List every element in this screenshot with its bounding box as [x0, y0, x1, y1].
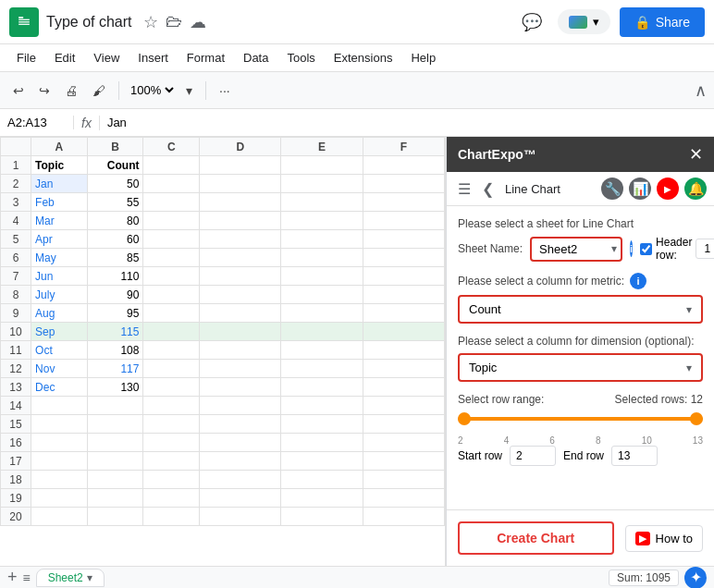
cell-c18[interactable]	[143, 471, 200, 489]
cell-b8[interactable]: 90	[87, 286, 143, 304]
cell-a3[interactable]: Feb	[31, 193, 88, 212]
cell-d13[interactable]	[200, 378, 281, 397]
cell-a1[interactable]: Topic	[31, 156, 88, 175]
cell-b1[interactable]: Count	[87, 156, 143, 175]
cell-e11[interactable]	[281, 341, 363, 360]
cell-d5[interactable]	[200, 230, 281, 249]
cell-f5[interactable]	[363, 230, 444, 249]
zoom-dropdown-button[interactable]: ▾	[180, 80, 198, 102]
cell-c17[interactable]	[143, 452, 200, 471]
cell-f18[interactable]	[363, 471, 444, 489]
cell-f15[interactable]	[363, 415, 444, 434]
cell-c14[interactable]	[143, 397, 200, 415]
menu-format[interactable]: Format	[179, 47, 232, 68]
header-row-input[interactable]	[696, 239, 714, 259]
cell-f2[interactable]	[363, 175, 444, 193]
cell-d19[interactable]	[200, 489, 281, 508]
col-header-f[interactable]: F	[363, 138, 444, 156]
cell-e5[interactable]	[281, 230, 363, 249]
cell-d18[interactable]	[200, 471, 281, 489]
range-thumb-right[interactable]	[690, 412, 703, 425]
cell-b17[interactable]	[87, 452, 143, 471]
cell-e19[interactable]	[281, 489, 363, 508]
cell-e1[interactable]	[281, 156, 363, 175]
cell-f6[interactable]	[363, 249, 444, 267]
cell-e8[interactable]	[281, 286, 363, 304]
cell-d20[interactable]	[200, 508, 281, 526]
menu-edit[interactable]: Edit	[47, 47, 82, 68]
col-header-a[interactable]: A	[31, 138, 88, 156]
cell-f17[interactable]	[363, 452, 444, 471]
cell-c6[interactable]	[143, 249, 200, 267]
cell-a18[interactable]	[31, 471, 88, 489]
more-button[interactable]: ···	[214, 80, 236, 102]
cell-f8[interactable]	[363, 286, 444, 304]
cell-f19[interactable]	[363, 489, 444, 508]
cell-b7[interactable]: 110	[87, 267, 143, 286]
menu-insert[interactable]: Insert	[130, 47, 176, 68]
cell-a9[interactable]: Aug	[31, 304, 88, 323]
cell-f3[interactable]	[363, 193, 444, 212]
cell-d1[interactable]	[200, 156, 281, 175]
col-header-b[interactable]: B	[87, 138, 143, 156]
cell-f16[interactable]	[363, 434, 444, 452]
cell-b19[interactable]	[87, 489, 143, 508]
cell-d10[interactable]	[200, 323, 281, 341]
cell-c10[interactable]	[143, 323, 200, 341]
cell-e20[interactable]	[281, 508, 363, 526]
redo-button[interactable]: ↪	[33, 80, 55, 102]
paint-format-button[interactable]: 🖌	[87, 80, 111, 102]
explore-button[interactable]: ✦	[684, 567, 707, 589]
cell-d14[interactable]	[200, 397, 281, 415]
cell-b4[interactable]: 80	[87, 212, 143, 230]
data-icon-button[interactable]: 📊	[629, 178, 651, 200]
cell-e16[interactable]	[281, 434, 363, 452]
undo-button[interactable]: ↩	[7, 80, 30, 102]
cell-c7[interactable]	[143, 267, 200, 286]
cell-e4[interactable]	[281, 212, 363, 230]
menu-help[interactable]: Help	[403, 47, 443, 68]
cell-e18[interactable]	[281, 471, 363, 489]
star-icon[interactable]: ☆	[143, 12, 158, 32]
cell-e15[interactable]	[281, 415, 363, 434]
menu-extensions[interactable]: Extensions	[326, 47, 400, 68]
cell-c8[interactable]	[143, 286, 200, 304]
cell-e12[interactable]	[281, 360, 363, 378]
cell-b12[interactable]: 117	[87, 360, 143, 378]
cell-e6[interactable]	[281, 249, 363, 267]
cell-c2[interactable]	[143, 175, 200, 193]
metric-dropdown[interactable]: Count ▾	[458, 295, 703, 324]
cell-f12[interactable]	[363, 360, 444, 378]
cell-reference[interactable]: A2:A13	[0, 116, 74, 129]
col-header-d[interactable]: D	[200, 138, 281, 156]
collapse-toolbar-button[interactable]: ∧	[695, 80, 707, 101]
cell-e2[interactable]	[281, 175, 363, 193]
cell-e13[interactable]	[281, 378, 363, 397]
sheet-info-icon[interactable]: i	[630, 240, 633, 257]
cell-d3[interactable]	[200, 193, 281, 212]
panel-back-button[interactable]: ❮	[478, 178, 498, 200]
howto-button[interactable]: ▶ How to	[625, 525, 703, 552]
cell-a11[interactable]: Oct	[31, 341, 88, 360]
cell-f7[interactable]	[363, 267, 444, 286]
cell-f20[interactable]	[363, 508, 444, 526]
cell-d17[interactable]	[200, 452, 281, 471]
sheet-tab[interactable]: Sheet2 ▾	[36, 569, 105, 587]
cell-e3[interactable]	[281, 193, 363, 212]
cell-d7[interactable]	[200, 267, 281, 286]
add-sheet-button[interactable]: +	[7, 568, 18, 587]
cell-d11[interactable]	[200, 341, 281, 360]
print-button[interactable]: 🖨	[59, 80, 83, 102]
create-chart-button[interactable]: Create Chart	[458, 521, 614, 555]
cell-c15[interactable]	[143, 415, 200, 434]
cell-c12[interactable]	[143, 360, 200, 378]
cell-e17[interactable]	[281, 452, 363, 471]
cell-b5[interactable]: 60	[87, 230, 143, 249]
cell-a8[interactable]: July	[31, 286, 88, 304]
tools-icon-button[interactable]: 🔧	[601, 178, 623, 200]
cell-b13[interactable]: 130	[87, 378, 143, 397]
cell-d9[interactable]	[200, 304, 281, 323]
cell-b14[interactable]	[87, 397, 143, 415]
cell-d4[interactable]	[200, 212, 281, 230]
cell-c5[interactable]	[143, 230, 200, 249]
